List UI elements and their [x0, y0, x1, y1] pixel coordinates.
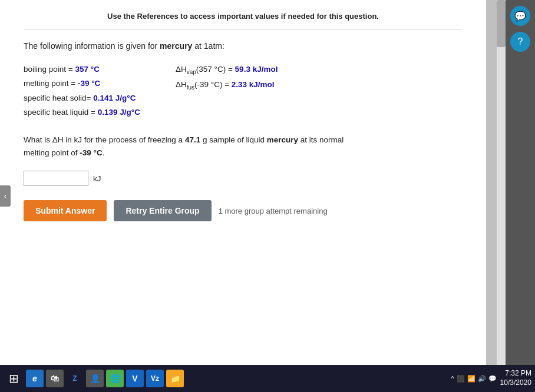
- intro-paragraph: The following information is given for m…: [24, 41, 463, 51]
- tray-volume[interactable]: 🔊: [478, 375, 486, 383]
- delta-h-fus: ΔHfus(-39 °C) = 2.33 kJ/mol: [176, 78, 278, 93]
- tray-arrow[interactable]: ^: [451, 375, 454, 382]
- attempts-text: 1 more group attempt remaining: [219, 207, 328, 215]
- right-data-column: ΔHvap(357 °C) = 59.3 kJ/mol ΔHfus(-39 °C…: [176, 62, 278, 119]
- answer-input[interactable]: [24, 171, 88, 186]
- button-row: Submit Answer Retry Entire Group 1 more …: [24, 200, 463, 221]
- edge-icon[interactable]: e: [26, 370, 44, 387]
- chrome-icon[interactable]: 🌐: [106, 370, 124, 387]
- tray-monitor[interactable]: ⬛: [457, 375, 465, 383]
- question-paragraph: What is ΔH in kJ for the process of free…: [24, 134, 463, 159]
- instruction-text: Use the References to access important v…: [107, 12, 379, 21]
- nav-back-arrow[interactable]: ‹: [0, 185, 11, 207]
- avatar-icon[interactable]: 👤: [86, 370, 104, 387]
- tray-speech[interactable]: 💬: [488, 375, 497, 383]
- unit-label: kJ: [93, 174, 101, 183]
- submit-button[interactable]: Submit Answer: [24, 200, 107, 221]
- retry-button[interactable]: Retry Entire Group: [114, 200, 211, 221]
- scroll-thumb[interactable]: [497, 0, 506, 47]
- delta-h-vap: ΔHvap(357 °C) = 59.3 kJ/mol: [176, 62, 278, 78]
- v-icon[interactable]: V: [126, 370, 144, 387]
- clock-date: 10/3/2020: [500, 378, 531, 388]
- data-table: boiling point = 357 °C melting point = -…: [24, 62, 463, 119]
- main-content: Use the References to access important v…: [0, 0, 486, 365]
- clock[interactable]: 7:32 PM 10/3/2020: [500, 369, 531, 387]
- taskbar-right: ^ ⬛ 📶 🔊 💬 7:32 PM 10/3/2020: [451, 369, 531, 387]
- header-instruction: Use the References to access important v…: [24, 12, 463, 29]
- system-tray: ^ ⬛ 📶 🔊 💬: [451, 375, 496, 383]
- taskbar-left: ⊞ e 🛍 Z 👤 🌐 V Vz 📁: [4, 368, 184, 388]
- help-icon[interactable]: ?: [510, 32, 530, 52]
- tray-wifi[interactable]: 📶: [467, 375, 475, 383]
- intro-before: The following information is given for: [24, 41, 160, 51]
- specific-heat-solid: specific heat solid= 0.141 J/g°C: [24, 91, 140, 105]
- element-name: mercury: [160, 41, 192, 51]
- vz-icon[interactable]: Vz: [146, 370, 164, 387]
- folder-icon[interactable]: 📁: [166, 370, 184, 387]
- melting-point: melting point = -39 °C: [24, 77, 140, 91]
- windows-start-button[interactable]: ⊞: [4, 368, 24, 388]
- bag-icon[interactable]: 🛍: [46, 370, 64, 387]
- right-sidebar: 💬 ?: [506, 0, 535, 365]
- scrollbar[interactable]: [497, 0, 506, 365]
- specific-heat-liquid: specific heat liquid = 0.139 J/g°C: [24, 105, 140, 119]
- intro-after: at 1atm:: [192, 41, 224, 51]
- clock-time: 7:32 PM: [500, 369, 531, 378]
- left-data-column: boiling point = 357 °C melting point = -…: [24, 62, 140, 119]
- chat-icon[interactable]: 💬: [510, 6, 530, 26]
- boiling-point: boiling point = 357 °C: [24, 62, 140, 77]
- zoom-icon[interactable]: Z: [66, 370, 84, 387]
- taskbar: ⊞ e 🛍 Z 👤 🌐 V Vz 📁 ^ ⬛ 📶 🔊 💬 7:32 PM 10/…: [0, 365, 535, 392]
- answer-row: kJ: [24, 171, 463, 186]
